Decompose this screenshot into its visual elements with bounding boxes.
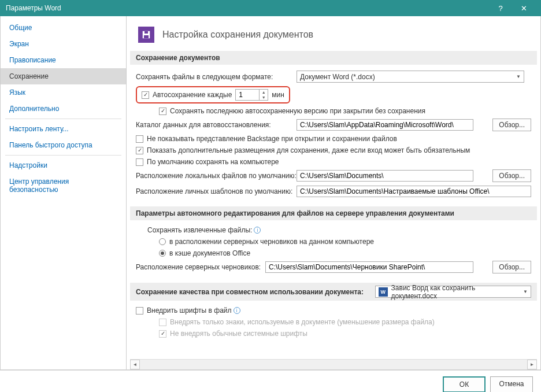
spin-up-icon[interactable]: ▲ xyxy=(260,90,268,95)
file-format-value: Документ Word (*.docx) xyxy=(300,73,375,81)
word-doc-icon: W xyxy=(379,287,388,297)
section-header-offline: Параметры автономного редактирования для… xyxy=(130,206,537,220)
document-select[interactable]: W Завис Ворд как сохранить документ.docx… xyxy=(375,286,531,298)
keep-last-autosave-label: Сохранять последнюю автосохраненную верс… xyxy=(170,107,425,115)
embed-fonts-checkbox[interactable] xyxy=(136,307,143,315)
radio-office-cache[interactable] xyxy=(159,250,166,257)
additional-places-checkbox[interactable] xyxy=(136,147,143,154)
info-icon[interactable]: i xyxy=(234,307,240,314)
page-header: Настройка сохранения документов xyxy=(127,16,540,51)
keep-last-autosave-checkbox[interactable] xyxy=(159,108,166,115)
radio-server-drafts[interactable] xyxy=(159,238,166,245)
document-select-value: Завис Ворд как сохранить документ.docx xyxy=(391,284,520,300)
local-files-path-input[interactable] xyxy=(297,170,473,182)
autosave-label: Автосохранение каждые xyxy=(153,91,232,99)
no-system-fonts-label: Не внедрять обычные системные шрифты xyxy=(170,330,307,338)
local-files-label: Расположение локальных файлов по умолчан… xyxy=(136,172,297,180)
svg-rect-3 xyxy=(144,31,148,34)
additional-places-label: Показать дополнительные размещения для с… xyxy=(147,146,470,154)
sidebar-item[interactable]: Язык xyxy=(1,84,126,101)
autosave-checkbox[interactable] xyxy=(142,91,149,99)
help-button[interactable]: ? xyxy=(489,0,512,16)
embed-chars-only-checkbox xyxy=(159,319,166,326)
radio-server-drafts-label: в расположении серверных черновиков на д… xyxy=(169,238,374,246)
no-backstage-checkbox[interactable] xyxy=(136,135,143,143)
chevron-down-icon: ▼ xyxy=(523,289,528,294)
no-system-fonts-checkbox xyxy=(159,330,166,338)
embed-fonts-label: Внедрить шрифты в файл xyxy=(147,306,232,315)
sidebar-item[interactable]: Правописание xyxy=(1,52,126,68)
sidebar-item[interactable]: Сохранение xyxy=(1,68,126,84)
sidebar: ОбщиеЭкранПравописаниеСохранениеЯзыкДопо… xyxy=(1,16,127,369)
info-icon[interactable]: i xyxy=(254,227,261,234)
ok-button[interactable]: ОК xyxy=(443,376,486,392)
quality-header-text: Сохранение качества при совместном испол… xyxy=(136,288,364,296)
titlebar: Параметры Word ? ✕ xyxy=(0,0,541,16)
no-backstage-label: Не показывать представление Backstage пр… xyxy=(147,135,397,143)
scroll-left-icon[interactable]: ◄ xyxy=(130,360,140,369)
default-to-pc-checkbox[interactable] xyxy=(136,158,143,166)
autorecover-path-input[interactable] xyxy=(297,119,473,131)
sidebar-separator xyxy=(5,155,121,156)
window-title: Параметры Word xyxy=(6,4,489,12)
autosave-unit: мин xyxy=(272,91,284,99)
sidebar-separator xyxy=(5,119,121,119)
default-to-pc-label: По умолчанию сохранять на компьютере xyxy=(147,158,279,166)
svg-rect-2 xyxy=(144,35,149,38)
autosave-highlight: Автосохранение каждые ▲ ▼ мин xyxy=(136,86,290,103)
sidebar-item[interactable]: Настроить ленту... xyxy=(1,121,126,137)
browse-local-files-button[interactable]: Обзор... xyxy=(492,169,531,182)
sidebar-item[interactable]: Экран xyxy=(1,36,126,52)
personal-templates-label: Расположение личных шаблонов по умолчани… xyxy=(136,187,297,195)
personal-templates-path-input[interactable] xyxy=(297,186,531,197)
scroll-right-icon[interactable]: ► xyxy=(527,360,537,369)
page-title: Настройка сохранения документов xyxy=(162,29,313,40)
save-extracted-label: Сохранять извлеченные файлы: xyxy=(147,226,252,234)
server-drafts-path-input[interactable] xyxy=(265,261,473,273)
sidebar-item[interactable]: Надстройки xyxy=(1,157,126,173)
autosave-minutes-spinner[interactable]: ▲ ▼ xyxy=(235,89,268,101)
sidebar-item[interactable]: Общие xyxy=(1,20,126,36)
browse-server-drafts-button[interactable]: Обзор... xyxy=(492,261,531,273)
sidebar-item[interactable]: Центр управления безопасностью xyxy=(1,173,126,198)
sidebar-item[interactable]: Дополнительно xyxy=(1,101,126,117)
file-format-select[interactable]: Документ Word (*.docx) ▼ xyxy=(297,71,524,83)
section-header-quality: Сохранение качества при совместном испол… xyxy=(130,283,537,301)
content-pane: Настройка сохранения документов Сохранен… xyxy=(127,16,540,369)
close-window-button[interactable]: ✕ xyxy=(512,0,535,16)
radio-office-cache-label: в кэше документов Office xyxy=(169,249,250,257)
embed-chars-only-label: Внедрять только знаки, используемые в до… xyxy=(170,318,435,326)
autosave-minutes-input[interactable] xyxy=(236,91,259,99)
spin-down-icon[interactable]: ▼ xyxy=(260,95,268,100)
save-icon xyxy=(138,27,154,43)
format-label: Сохранять файлы в следующем формате: xyxy=(136,73,297,81)
server-drafts-label: Расположение серверных черновиков: xyxy=(136,263,265,271)
browse-autorecover-button[interactable]: Обзор... xyxy=(492,119,531,131)
chevron-down-icon: ▼ xyxy=(516,74,521,79)
sidebar-item[interactable]: Панель быстрого доступа xyxy=(1,137,126,153)
autorecover-label: Каталог данных для автовосстановления: xyxy=(136,121,297,129)
horizontal-scrollbar[interactable]: ◄ ► xyxy=(130,359,537,369)
cancel-button[interactable]: Отмена xyxy=(490,376,533,392)
dialog-footer: ОК Отмена xyxy=(0,370,541,392)
section-header-save-docs: Сохранение документов xyxy=(130,51,537,65)
